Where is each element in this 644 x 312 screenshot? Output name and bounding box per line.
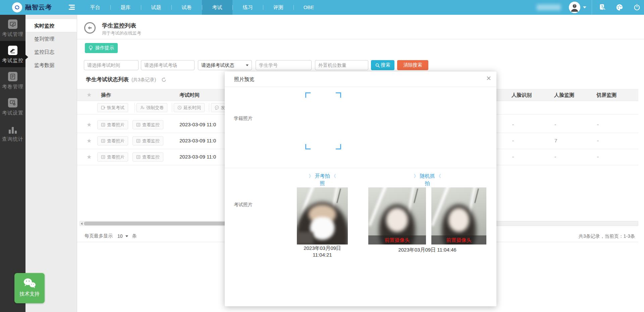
page-size-suffix: 条 [132,233,137,239]
exam-start-photo[interactable] [297,187,348,244]
nav-questions[interactable]: 试题 [141,0,171,15]
power-icon[interactable] [633,4,641,11]
photo-preview-modal: 照片预览 × 学籍照片 考试照片 》 开考拍 《 照 》 随机抓 《 拍 [225,72,496,306]
view-monitor-button[interactable]: 查看监控 [132,152,163,162]
sidebar-item-exam-management[interactable]: 考试管理 [0,15,25,41]
tech-support-button[interactable]: 技术支持 [14,273,45,303]
refresh-icon[interactable] [161,77,166,82]
paper-management-icon [8,72,17,81]
star-icon[interactable]: ★ [87,137,92,144]
logo-text: 融智云考 [25,3,52,12]
top-navigation: 平台 题库 试题 试卷 考试 练习 评测 OBE [80,0,324,15]
face-detection-cell: - [554,122,556,127]
submenu-item-checkin-management[interactable]: 签到管理 [25,32,77,45]
view-monitor-button[interactable]: 查看监控 [132,136,163,145]
palette-icon[interactable] [616,4,623,11]
view-photos-button[interactable]: 查看照片 [97,120,128,129]
sidebar: 考试管理 考试监控 考卷管理 考试设置 查询统计 [0,15,25,312]
sidebar-item-paper-management[interactable]: 考卷管理 [0,67,25,93]
external-camera-count-input[interactable] [315,60,368,70]
wechat-icon [23,277,36,289]
screen-switch-cell: - [597,154,599,160]
close-icon[interactable]: × [486,74,491,82]
topbar-divider [592,0,592,15]
sidebar-item-exam-monitoring[interactable]: 考试监控 [0,41,25,67]
star-icon[interactable]: ★ [87,121,92,128]
exam-room-input[interactable] [141,60,195,70]
exam-time-cell: 2023-03-09 11:0 [179,138,216,143]
column-exam-time: 考试时间 [179,89,200,101]
menu-toggle-icon[interactable] [69,5,75,10]
page-title: 学生监控列表 [102,22,136,30]
page-size-select[interactable]: 10 [115,233,129,239]
random-capture-photo[interactable]: 前置摄像头 [431,187,486,244]
select-caret-icon [246,64,249,66]
table-title: 学生考试状态列表 [86,76,129,83]
view-monitor-icon [136,139,141,143]
nav-exam[interactable]: 考试 [202,0,232,15]
sidebar-item-statistics[interactable]: 查询统计 [0,120,25,146]
svg-text:?: ? [574,5,575,8]
force-submit-button[interactable]: 强制交卷 [137,103,167,112]
view-photos-button[interactable]: 查看照片 [97,136,128,145]
viewfinder-corner-icon [336,92,341,98]
exam-status-select[interactable]: 请选择考试状态 [198,60,252,70]
column-face-recognition: 人脸识别 [512,89,532,101]
modal-title: 照片预览 [234,76,254,83]
front-camera-badge: 前置摄像头 [368,235,426,244]
sidebar-item-exam-settings[interactable]: 考试设置 [0,93,25,120]
nav-question-bank[interactable]: 题库 [110,0,141,15]
exam-start-photo-tab[interactable]: 》 开考拍 《 照 [297,172,347,187]
operation-tips-button[interactable]: 操作提示 [85,43,118,53]
chevron-down-icon [583,6,586,8]
help-icon[interactable]: ? [599,4,606,11]
exam-start-photo-timestamp: 2023年03月09日 11:04:21 [297,245,348,258]
app-logo[interactable]: 融智云考 [12,0,52,15]
modal-section-divider [225,168,496,168]
exam-time-input[interactable] [84,60,139,70]
column-screen-switch: 切屏监测 [596,89,616,101]
view-monitor-button[interactable]: 查看监控 [132,120,163,129]
clear-search-button[interactable]: 清除搜索 [397,60,428,70]
nav-papers[interactable]: 试卷 [171,0,202,15]
search-button[interactable]: 搜索 [371,60,394,70]
star-column-header: ★ [87,89,92,101]
header-divider [77,39,644,39]
nav-evaluation[interactable]: 评测 [263,0,293,15]
submenu-item-proctor-data[interactable]: 监考数据 [25,58,77,72]
nav-platform[interactable]: 平台 [80,0,110,15]
star-icon[interactable]: ★ [87,153,92,161]
submenu-item-monitor-logs[interactable]: 监控日志 [25,45,77,58]
view-photos-button[interactable]: 查看照片 [97,152,128,162]
filter-bar: 请选择考试状态 搜索 清除搜索 [77,60,644,70]
resume-exam-icon [101,105,105,110]
view-monitor-icon [136,155,141,159]
random-capture-timestamp: 2023年03月09日 11:04:46 [368,247,486,253]
nav-obe[interactable]: OBE [293,0,324,15]
scroll-left-arrow-icon[interactable] [81,222,83,225]
back-arrow-icon [87,25,93,31]
screen: 融智云考 平台 题库 试题 试卷 考试 练习 评测 OBE ? ? [0,0,644,312]
viewfinder-corner-icon [336,144,341,149]
user-menu[interactable]: ? [569,0,586,15]
table-titlebar: 学生考试状态列表 (共3条记录) [86,76,166,83]
random-capture-tab[interactable]: 》 随机抓 《 拍 [369,172,486,187]
screen-switch-cell: - [597,138,599,143]
back-button[interactable] [84,22,96,34]
face-detection-cell: 7 [554,138,557,143]
face-detection-cell: - [554,154,556,160]
bar-chart-icon [8,124,17,134]
view-photos-icon [101,139,105,143]
select-caret-icon [125,235,128,237]
view-photos-icon [101,155,105,159]
random-capture-photo[interactable]: 前置摄像头 [368,187,426,244]
resume-exam-button[interactable]: 恢复考试 [97,103,128,112]
username-redacted [537,4,561,10]
extend-time-button[interactable]: 延长时间 [174,103,205,112]
student-id-input[interactable] [256,60,312,70]
send-message-icon [215,105,219,110]
exam-photos-label: 考试照片 [234,202,253,208]
nav-practice[interactable]: 练习 [232,0,263,15]
submenu: 实时监控 签到管理 监控日志 监考数据 [25,15,77,312]
submenu-item-realtime-monitoring[interactable]: 实时监控 [25,19,77,32]
